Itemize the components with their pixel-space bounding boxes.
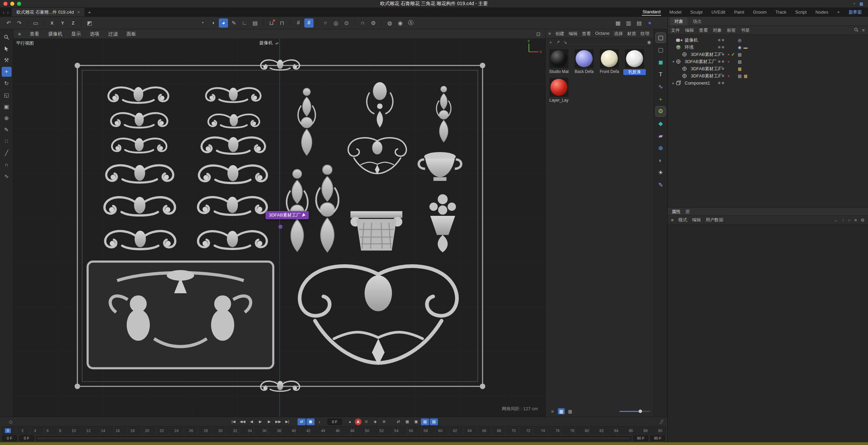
scale-tool[interactable]: ◱	[2, 90, 12, 100]
texture-tag-icon[interactable]: ▩	[744, 74, 747, 78]
object-row[interactable]: 3DFAB素材工厂▩	[668, 65, 868, 72]
cube-icon[interactable]: ◼	[656, 57, 666, 67]
object-menu-编辑[interactable]: 编辑	[685, 27, 694, 33]
axis-x-button[interactable]: X	[47, 18, 57, 28]
viewport-menu-查看[interactable]: 查看	[30, 31, 39, 37]
visibility-toggles[interactable]	[718, 53, 724, 56]
autokey-button[interactable]: A	[355, 418, 362, 425]
ornament-basket[interactable]	[429, 194, 456, 252]
layout-UVEdit[interactable]: UVEdit	[711, 9, 726, 15]
red-state-dot[interactable]: ●	[728, 74, 729, 78]
target-icon[interactable]: ◎	[331, 18, 340, 28]
undo-icon[interactable]: ↶	[4, 18, 13, 28]
goto-end-button[interactable]: ▶|	[283, 418, 291, 425]
green-check-icon[interactable]: ✓	[731, 52, 735, 57]
ornament-scroll-5[interactable]	[112, 138, 166, 152]
globe-icon[interactable]: ⊕	[656, 143, 666, 153]
object-tab-场次[interactable]: 场次	[689, 17, 706, 26]
menubar-extra-icon[interactable]: ◔	[853, 1, 855, 6]
object-menu-查看[interactable]: 查看	[699, 27, 708, 33]
redo-icon[interactable]: ↷	[15, 18, 24, 28]
ornament-cartouche[interactable]	[300, 266, 457, 365]
tab-close-icon[interactable]: ×	[77, 10, 80, 15]
viewport-canvas[interactable]: 平行视图 摄像机 ▴▾ Y X 3DFAB素材工厂	[13, 39, 545, 417]
object-menu-文件[interactable]: 文件	[671, 27, 680, 33]
visibility-toggles[interactable]	[718, 82, 724, 84]
layout-新界面[interactable]: 新界面	[848, 9, 863, 16]
ornament-drop-4[interactable]	[316, 165, 338, 252]
move-tool[interactable]: ＋	[2, 67, 12, 77]
arrow-up-icon[interactable]: ↗	[556, 40, 560, 45]
range-end-field[interactable]: 90 F	[633, 435, 648, 441]
grid-view-icon[interactable]: ▦	[558, 408, 565, 414]
view-panel-icon[interactable]: ▢	[656, 33, 666, 43]
goto-start-button[interactable]: |◀	[229, 418, 238, 425]
material-a-icon[interactable]: Ⓐ	[406, 18, 415, 28]
attribute-menu-模式[interactable]: 模式	[679, 217, 687, 223]
ornament-scroll-3[interactable]	[111, 113, 168, 128]
ornament-scroll-11[interactable]	[105, 231, 176, 249]
diamond-icon[interactable]: ◆	[656, 119, 666, 129]
material-item[interactable]: Back Defa	[573, 49, 595, 75]
object-menu-书签[interactable]: 书签	[741, 27, 750, 33]
rotate-tool[interactable]: ↻	[2, 78, 12, 88]
loop-tool[interactable]: ∿	[2, 171, 12, 181]
search-icon[interactable]	[854, 28, 858, 33]
object-row[interactable]: 摄像机◎	[668, 36, 868, 44]
prev-frame-button[interactable]: ◀	[247, 418, 256, 425]
record-button[interactable]: ●	[346, 418, 354, 425]
material-name[interactable]: 乳胶漆	[623, 69, 646, 75]
ornament-capital[interactable]	[350, 211, 402, 250]
layout-Paint[interactable]: Paint	[733, 9, 745, 15]
object-row[interactable]: ▾3DFAB素材工厂●▤	[668, 58, 868, 65]
ornament-drop-1[interactable]	[298, 88, 316, 155]
material-menu-Octane[interactable]: Octane	[595, 31, 610, 37]
attribute-tab-属性[interactable]: 属性	[672, 209, 681, 215]
gear-icon[interactable]: ⚙	[861, 218, 865, 223]
object-tab-对象[interactable]: 对象	[670, 17, 687, 26]
sound-button[interactable]: ♪	[315, 418, 323, 425]
list-view-icon[interactable]: ≡	[549, 408, 556, 414]
pen-tool[interactable]: ✎	[2, 125, 12, 135]
object-menu-标签[interactable]: 标签	[727, 27, 736, 33]
current-frame-field[interactable]: 0 F	[2, 435, 17, 441]
material-menu-编辑[interactable]: 编辑	[569, 31, 578, 37]
attribute-burger-icon[interactable]: ≡	[671, 218, 674, 223]
key-filter-button[interactable]: ◈	[371, 418, 379, 425]
play-button[interactable]: ▶	[256, 418, 264, 425]
visibility-toggles[interactable]	[718, 68, 724, 70]
layout-+[interactable]: +	[836, 9, 840, 15]
frame-bottom-medallion[interactable]	[261, 381, 300, 391]
material-menu-创建[interactable]: 创建	[555, 31, 564, 37]
layout-Script[interactable]: Script	[795, 9, 807, 15]
material-menu-材质[interactable]: 材质	[627, 31, 636, 37]
layout-Track[interactable]: Track	[775, 9, 787, 15]
knife-tool[interactable]: ╱	[2, 148, 12, 158]
camera-keys-button[interactable]: ▣	[412, 418, 420, 425]
layout-Sculpt[interactable]: Sculpt	[690, 9, 703, 15]
layout-monitor-icon[interactable]: ▦	[613, 18, 623, 28]
layout-rows-icon[interactable]: ▤	[635, 18, 644, 28]
preview-sphere-icon[interactable]: ◉	[647, 40, 651, 45]
ornament-scroll-8[interactable]	[199, 165, 267, 183]
brush-icon[interactable]: ✎	[656, 180, 666, 190]
material-menu-查看[interactable]: 查看	[582, 31, 591, 37]
ornament-scroll-4[interactable]	[208, 114, 259, 128]
thumbnail-size-slider[interactable]	[620, 411, 650, 412]
object-menu-对象[interactable]: 对象	[713, 27, 722, 33]
film-tag-icon[interactable]: ▤	[738, 52, 742, 57]
viewport-menu-选项[interactable]: 选项	[90, 31, 99, 37]
next-key-button[interactable]: ▶▶	[274, 418, 283, 425]
render-settings-icon[interactable]: ◕	[219, 18, 228, 28]
current-frame-field[interactable]: 0 F	[328, 419, 342, 425]
visibility-toggles[interactable]	[718, 60, 724, 63]
ornament-cluster[interactable]	[348, 138, 407, 174]
zoom-tool[interactable]	[2, 32, 12, 42]
visibility-toggles[interactable]	[718, 75, 724, 77]
viewport-menu-面板[interactable]: 面板	[126, 31, 136, 37]
render-picture-icon[interactable]: ◑	[208, 18, 217, 28]
slider-handle[interactable]	[639, 410, 642, 413]
object-row[interactable]: ▸Component1	[668, 79, 868, 87]
menubar-input-icon[interactable]: ▦	[859, 1, 863, 6]
sparkle-icon[interactable]: ☀	[656, 168, 666, 178]
